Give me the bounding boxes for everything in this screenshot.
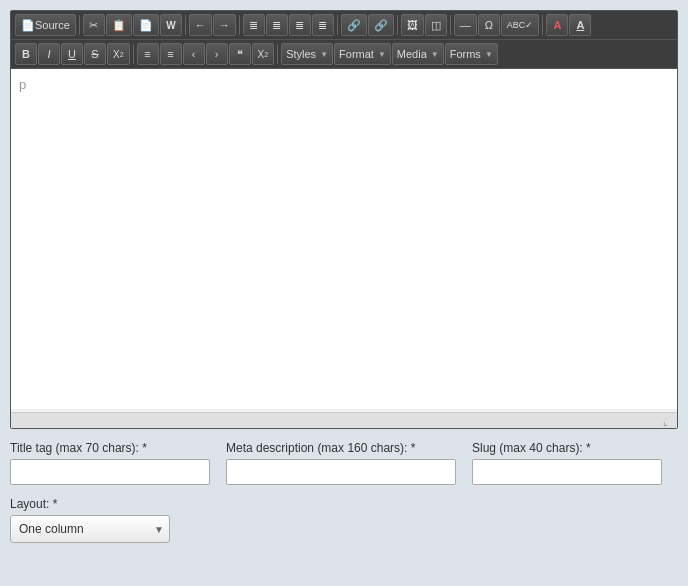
numbered-list-button[interactable]: ≡ bbox=[160, 43, 182, 65]
title-tag-label: Title tag (max 70 chars): * bbox=[10, 441, 210, 455]
layout-group: Layout: * One column Two columns Three c… bbox=[10, 497, 678, 543]
toolbar-sep4 bbox=[337, 15, 338, 35]
bg-color-button[interactable]: A bbox=[569, 14, 591, 36]
decrease-indent-button[interactable]: ‹ bbox=[183, 43, 205, 65]
unlink-button[interactable]: 🔗 bbox=[368, 14, 394, 36]
paste-button[interactable]: 📋 bbox=[106, 14, 132, 36]
editor-textarea[interactable]: p bbox=[11, 69, 677, 409]
toolbar-sep7 bbox=[542, 15, 543, 35]
meta-description-input[interactable] bbox=[226, 459, 456, 485]
blockquote-button[interactable]: ❝ bbox=[229, 43, 251, 65]
layout-select-wrapper: One column Two columns Three columns ▼ bbox=[10, 515, 170, 543]
spellcheck-button[interactable]: ABC✓ bbox=[501, 14, 540, 36]
slug-group: Slug (max 40 chars): * bbox=[472, 441, 662, 485]
toolbar-row1: 📄 Source ✂ 📋 📄 W ← → ≣ ≣ ≣ ≣ 🔗 🔗 🖼 ◫ bbox=[11, 11, 677, 40]
rich-text-editor: 📄 Source ✂ 📋 📄 W ← → ≣ ≣ ≣ ≣ 🔗 🔗 🖼 ◫ bbox=[10, 10, 678, 429]
superscript-button[interactable]: X2 bbox=[107, 43, 130, 65]
fields-area: Title tag (max 70 chars): * Meta descrip… bbox=[10, 429, 678, 543]
title-tag-group: Title tag (max 70 chars): * bbox=[10, 441, 210, 485]
source-icon: 📄 bbox=[21, 19, 35, 32]
strikethrough-button[interactable]: S bbox=[84, 43, 106, 65]
editor-content-area: p bbox=[11, 69, 677, 412]
paste-text-button[interactable]: 📄 bbox=[133, 14, 159, 36]
resize-handle[interactable]: ⌞ bbox=[663, 416, 673, 426]
forms-dropdown[interactable]: Forms ▼ bbox=[445, 43, 498, 65]
toolbar-sep3 bbox=[239, 15, 240, 35]
toolbar-sep6 bbox=[450, 15, 451, 35]
meta-description-label: Meta description (max 160 chars): * bbox=[226, 441, 456, 455]
media-dropdown[interactable]: Media ▼ bbox=[392, 43, 444, 65]
table-button[interactable]: ◫ bbox=[425, 14, 447, 36]
toolbar-sep1 bbox=[79, 15, 80, 35]
link-button[interactable]: 🔗 bbox=[341, 14, 367, 36]
fields-row1: Title tag (max 70 chars): * Meta descrip… bbox=[10, 441, 678, 485]
text-color-button[interactable]: A bbox=[546, 14, 568, 36]
styles-dropdown[interactable]: Styles ▼ bbox=[281, 43, 333, 65]
italic-button[interactable]: I bbox=[38, 43, 60, 65]
meta-description-group: Meta description (max 160 chars): * bbox=[226, 441, 456, 485]
hr-button[interactable]: — bbox=[454, 14, 477, 36]
media-dropdown-arrow: ▼ bbox=[431, 50, 439, 59]
redo-button[interactable]: → bbox=[213, 14, 236, 36]
toolbar-sep5 bbox=[397, 15, 398, 35]
source-button[interactable]: 📄 Source bbox=[15, 14, 76, 36]
superscript2-button[interactable]: X2 bbox=[252, 43, 275, 65]
paste-word-button[interactable]: W bbox=[160, 14, 182, 36]
toolbar-sep9 bbox=[277, 44, 278, 64]
editor-statusbar: ⌞ bbox=[11, 412, 677, 428]
slug-input[interactable] bbox=[472, 459, 662, 485]
bullet-list-button[interactable]: ≡ bbox=[137, 43, 159, 65]
format-dropdown[interactable]: Format ▼ bbox=[334, 43, 391, 65]
align-center-button[interactable]: ≣ bbox=[266, 14, 288, 36]
undo-button[interactable]: ← bbox=[189, 14, 212, 36]
link-icon: 🔗 bbox=[347, 19, 361, 32]
toolbar-sep2 bbox=[185, 15, 186, 35]
toolbar-sep8 bbox=[133, 44, 134, 64]
cut-cols-button[interactable]: ✂ bbox=[83, 14, 105, 36]
format-dropdown-arrow: ▼ bbox=[378, 50, 386, 59]
title-tag-input[interactable] bbox=[10, 459, 210, 485]
editor-wrapper: 📄 Source ✂ 📋 📄 W ← → ≣ ≣ ≣ ≣ 🔗 🔗 🖼 ◫ bbox=[10, 10, 678, 543]
underline-button[interactable]: U bbox=[61, 43, 83, 65]
slug-label: Slug (max 40 chars): * bbox=[472, 441, 662, 455]
align-justify-button[interactable]: ≣ bbox=[312, 14, 334, 36]
toolbar-row2: B I U S X2 ≡ ≡ ‹ › ❝ X2 Styles ▼ Format … bbox=[11, 40, 677, 69]
layout-select[interactable]: One column Two columns Three columns bbox=[10, 515, 170, 543]
special-char-button[interactable]: Ω bbox=[478, 14, 500, 36]
increase-indent-button[interactable]: › bbox=[206, 43, 228, 65]
align-right-button[interactable]: ≣ bbox=[289, 14, 311, 36]
image-button[interactable]: 🖼 bbox=[401, 14, 424, 36]
layout-label: Layout: * bbox=[10, 497, 678, 511]
forms-dropdown-arrow: ▼ bbox=[485, 50, 493, 59]
styles-dropdown-arrow: ▼ bbox=[320, 50, 328, 59]
bold-button[interactable]: B bbox=[15, 43, 37, 65]
align-left-button[interactable]: ≣ bbox=[243, 14, 265, 36]
